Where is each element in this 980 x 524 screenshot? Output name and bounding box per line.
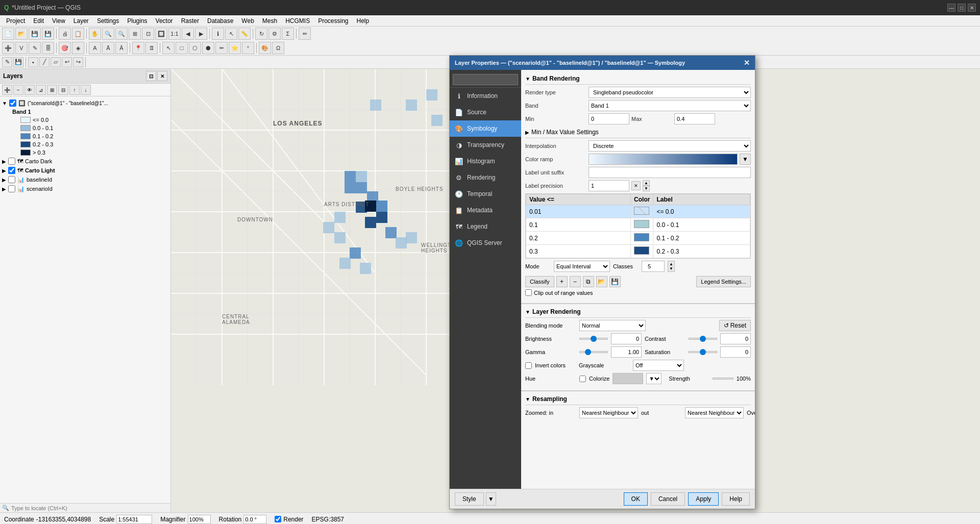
- table-row[interactable]: 0.2 0.1 - 0.2: [526, 232, 750, 245]
- maximize-button[interactable]: □: [958, 4, 966, 12]
- tb-star-sel[interactable]: ⭐: [229, 42, 241, 54]
- table-row[interactable]: 0.1 0.0 - 0.1: [526, 218, 750, 232]
- tb-save-as[interactable]: 💾: [42, 28, 54, 40]
- menu-raster[interactable]: Raster: [177, 16, 203, 26]
- close-button[interactable]: ✕: [968, 4, 976, 12]
- tb-zoom-prev[interactable]: ◀: [182, 28, 194, 40]
- invert-checkbox[interactable]: [525, 362, 532, 369]
- status-render[interactable]: Render: [275, 516, 303, 523]
- nav-item-rendering[interactable]: ⚙ Rendering: [450, 169, 521, 186]
- nav-item-qgis-server[interactable]: 🌐 QGIS Server: [450, 235, 521, 251]
- delete-class-btn[interactable]: −: [570, 276, 581, 287]
- tb-identify[interactable]: ℹ: [212, 28, 224, 40]
- tb-stats[interactable]: Σ: [282, 28, 294, 40]
- color-ramp-bar[interactable]: [589, 154, 738, 165]
- layers-expand-btn[interactable]: ⊞: [47, 85, 57, 95]
- baseline-expand[interactable]: ▶: [2, 177, 6, 183]
- menu-layer[interactable]: Layer: [69, 16, 93, 26]
- carto-light-expand[interactable]: ▶: [2, 168, 6, 173]
- tb-digitize[interactable]: ✏: [299, 28, 311, 40]
- title-bar-controls[interactable]: — □ ✕: [947, 4, 976, 12]
- layer-expand-arrow[interactable]: ▼: [2, 101, 7, 106]
- tb-label[interactable]: A: [89, 42, 101, 54]
- locate-bar[interactable]: 🔍: [0, 503, 170, 512]
- tb-open[interactable]: 📂: [15, 28, 28, 40]
- tb-settings2[interactable]: ⚙: [268, 28, 281, 40]
- table-row[interactable]: 0.3 0.2 - 0.3: [526, 245, 750, 258]
- layer-visible-raster[interactable]: [9, 99, 16, 107]
- menu-view[interactable]: View: [48, 16, 69, 26]
- menu-vector[interactable]: Vector: [152, 16, 177, 26]
- tb-zoom-in[interactable]: 🔍: [102, 28, 114, 40]
- tb-draw-poly[interactable]: ▱: [51, 57, 61, 67]
- reset-btn[interactable]: ↺ Reset: [719, 320, 751, 331]
- menu-web[interactable]: Web: [237, 16, 258, 26]
- tb-label3[interactable]: Â: [115, 42, 128, 54]
- tb-style2[interactable]: Ω: [272, 42, 284, 54]
- clip-checkbox[interactable]: [525, 289, 532, 296]
- gamma-input[interactable]: [611, 346, 642, 358]
- layer-visible-carto-light[interactable]: [8, 167, 15, 174]
- label-precision-clear[interactable]: ✕: [631, 181, 641, 190]
- menu-hcgmis[interactable]: HCGMIS: [281, 16, 314, 26]
- nav-item-histogram[interactable]: 📊 Histogram: [450, 153, 521, 169]
- scenario-expand[interactable]: ▶: [2, 186, 6, 192]
- tb-redo[interactable]: ↪: [73, 57, 83, 67]
- menu-mesh[interactable]: Mesh: [258, 16, 281, 26]
- dialog-search-input[interactable]: [453, 74, 518, 85]
- style-btn[interactable]: Style: [455, 492, 484, 506]
- nav-item-symbology[interactable]: 🎨 Symbology: [450, 120, 521, 137]
- tb-lasso[interactable]: ⬢: [202, 42, 214, 54]
- tb-draw-point[interactable]: •: [28, 57, 38, 67]
- nav-item-temporal[interactable]: 🕐 Temporal: [450, 186, 521, 202]
- ok-btn[interactable]: OK: [624, 492, 648, 506]
- tb-measure[interactable]: 📏: [238, 28, 251, 40]
- tb-save[interactable]: 💾: [29, 28, 41, 40]
- cell-color-3[interactable]: [631, 245, 653, 258]
- layer-item-baseline[interactable]: ▶ 📊 baselineId: [2, 175, 168, 184]
- menu-database[interactable]: Database: [203, 16, 237, 26]
- apply-btn[interactable]: Apply: [688, 492, 719, 506]
- locate-input[interactable]: [9, 505, 168, 511]
- layer-item-carto-light[interactable]: ▶ 🗺 Carto Light: [2, 166, 168, 175]
- table-row[interactable]: 0.01 <= 0.0: [526, 205, 750, 218]
- tb-zoom-1-1[interactable]: 1:1: [168, 28, 181, 40]
- label-precision-down[interactable]: ▼: [643, 186, 650, 191]
- layer-item-scenario[interactable]: ▶ 📊 scenarioId: [2, 184, 168, 193]
- tb-pan[interactable]: ✋: [89, 28, 101, 40]
- layer-rendering-header[interactable]: ▼ Layer Rendering: [525, 306, 751, 318]
- label-precision-input[interactable]: [589, 180, 629, 191]
- tb-dbmanager[interactable]: 🗄: [42, 42, 54, 54]
- layers-close-btn[interactable]: ✕: [157, 71, 167, 81]
- tb-zoom-full[interactable]: ⊞: [129, 28, 141, 40]
- contrast-slider[interactable]: [689, 338, 717, 340]
- classes-spinner[interactable]: [642, 261, 665, 272]
- layers-move-up-btn[interactable]: ↑: [69, 85, 80, 95]
- dialog-nav-search[interactable]: [450, 72, 521, 88]
- nav-item-transparency[interactable]: ◑ Transparency: [450, 137, 521, 153]
- tb-zoom-out[interactable]: 🔍: [115, 28, 128, 40]
- brightness-slider[interactable]: [579, 338, 608, 340]
- classes-up[interactable]: ▲ ▼: [668, 261, 675, 272]
- cell-color-2[interactable]: [631, 232, 653, 245]
- nav-item-metadata[interactable]: 📋 Metadata: [450, 202, 521, 218]
- tb-georef[interactable]: 📍: [132, 42, 144, 54]
- layers-remove-btn[interactable]: −: [13, 85, 23, 95]
- menu-plugins[interactable]: Plugins: [123, 16, 151, 26]
- gamma-slider[interactable]: [579, 351, 608, 353]
- tb-undo[interactable]: ↩: [62, 57, 72, 67]
- layer-visible-baseline[interactable]: [8, 176, 15, 183]
- tb-cursor[interactable]: ↖: [162, 42, 175, 54]
- blending-select[interactable]: Normal Multiply Screen: [579, 320, 646, 331]
- tb-edit-sel[interactable]: ✏: [215, 42, 228, 54]
- saturation-input[interactable]: [720, 346, 751, 358]
- magnifier-input[interactable]: [188, 515, 211, 524]
- tb-refresh[interactable]: ↻: [255, 28, 267, 40]
- rotation-input[interactable]: [243, 515, 266, 524]
- brightness-input[interactable]: [611, 333, 642, 344]
- tb-add-layer[interactable]: ➕: [2, 42, 14, 54]
- tb-new[interactable]: 📄: [2, 28, 14, 40]
- tb-georef2[interactable]: 🗓: [145, 42, 158, 54]
- saturation-slider[interactable]: [689, 351, 717, 353]
- hue-dropdown[interactable]: ▼: [646, 373, 662, 384]
